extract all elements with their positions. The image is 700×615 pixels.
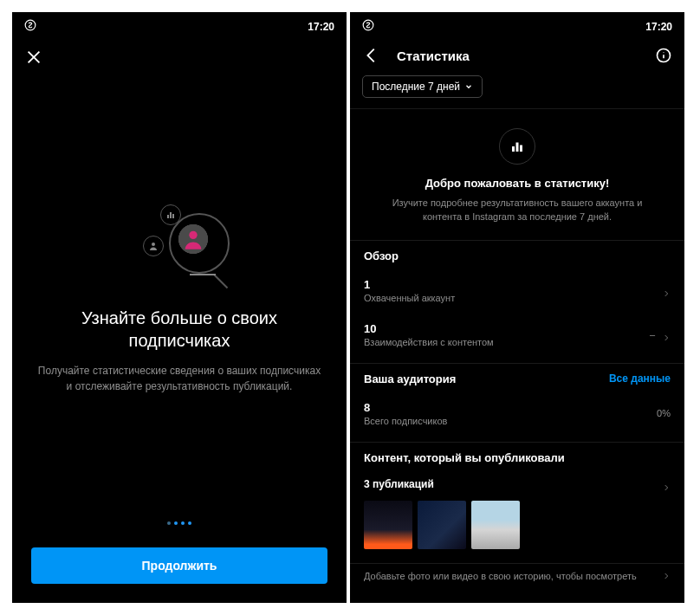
back-icon[interactable] bbox=[362, 46, 381, 65]
reach-row[interactable]: 1 Охваченный аккаунт bbox=[364, 271, 671, 315]
topbar: Статистика bbox=[350, 37, 684, 70]
svg-rect-3 bbox=[172, 214, 174, 218]
close-icon[interactable] bbox=[24, 48, 43, 67]
stats-icon bbox=[499, 128, 535, 165]
svg-rect-10 bbox=[520, 146, 522, 152]
chevron-right-icon bbox=[662, 572, 671, 580]
followers-trend: 0% bbox=[657, 408, 671, 418]
followers-row[interactable]: 8 Всего подписчиков 0% bbox=[364, 394, 671, 438]
publications-label: 3 публикаций bbox=[364, 478, 434, 490]
svg-rect-8 bbox=[512, 146, 515, 152]
avatar-icon bbox=[174, 220, 212, 258]
info-icon[interactable] bbox=[655, 47, 672, 64]
followers-label: Всего подписчиков bbox=[364, 416, 447, 426]
onboarding-subtitle: Получайте статистические сведения о ваши… bbox=[36, 364, 322, 394]
user-small-icon bbox=[143, 236, 164, 256]
overview-title: Обзор bbox=[364, 249, 399, 262]
publications-row[interactable]: 3 публикаций bbox=[364, 473, 671, 497]
page-title: Статистика bbox=[397, 49, 639, 63]
onboarding-body: Узнайте больше о своих подписчиках Получ… bbox=[12, 77, 347, 521]
thumbnail[interactable] bbox=[418, 501, 466, 549]
interactions-label: Взаимодействия с контентом bbox=[364, 337, 494, 347]
interactions-value: 10 bbox=[364, 322, 494, 335]
onboarding-illustration bbox=[127, 204, 231, 282]
svg-rect-1 bbox=[167, 215, 169, 218]
story-hint-row[interactable]: Добавьте фото или видео в свою историю, … bbox=[350, 564, 684, 588]
chevron-down-icon bbox=[464, 82, 473, 91]
shazam-icon bbox=[24, 19, 36, 34]
interactions-row[interactable]: 10 Взаимодействия с контентом – bbox=[364, 315, 671, 359]
audience-title: Ваша аудитория bbox=[364, 372, 456, 385]
shazam-icon bbox=[362, 19, 374, 34]
insights-screen: 17:20 Статистика Последние 7 дней Добро … bbox=[350, 12, 684, 603]
welcome-block: Добро пожаловать в статистику! Изучите п… bbox=[350, 109, 684, 240]
chevron-right-icon bbox=[662, 330, 671, 339]
svg-point-4 bbox=[152, 243, 155, 246]
scroll-area[interactable]: Добро пожаловать в статистику! Изучите п… bbox=[350, 109, 684, 603]
welcome-sub: Изучите подробнее результативность вашег… bbox=[376, 197, 658, 224]
chevron-right-icon bbox=[662, 286, 671, 295]
reach-label: Охваченный аккаунт bbox=[364, 293, 455, 303]
onboarding-screen: 17:20 Узнайте больше о своих подписчиках… bbox=[12, 12, 347, 603]
continue-button[interactable]: Продолжить bbox=[31, 547, 327, 584]
svg-rect-9 bbox=[516, 143, 519, 152]
followers-value: 8 bbox=[364, 401, 447, 414]
status-time: 17:20 bbox=[308, 21, 334, 33]
reach-value: 1 bbox=[364, 278, 455, 291]
date-range-selector[interactable]: Последние 7 дней bbox=[362, 75, 483, 98]
status-bar: 17:20 bbox=[350, 12, 684, 37]
audience-section: Ваша аудитория Все данные 8 Всего подпис… bbox=[350, 364, 684, 442]
thumbnail[interactable] bbox=[364, 501, 412, 549]
content-section: Контент, который вы опубликовали 3 публи… bbox=[350, 443, 684, 563]
audience-all-link[interactable]: Все данные bbox=[609, 372, 671, 385]
interactions-trend: – bbox=[650, 329, 655, 340]
page-dots bbox=[12, 521, 347, 525]
status-time: 17:20 bbox=[645, 21, 672, 33]
publication-thumbnails bbox=[364, 497, 671, 560]
onboarding-title: Узнайте больше о своих подписчиках bbox=[36, 307, 322, 352]
svg-point-5 bbox=[189, 231, 197, 239]
story-hint-text: Добавьте фото или видео в свою историю, … bbox=[364, 571, 637, 581]
topbar bbox=[12, 37, 347, 77]
chevron-right-icon bbox=[662, 480, 671, 489]
range-row: Последние 7 дней bbox=[350, 70, 684, 108]
thumbnail[interactable] bbox=[471, 501, 520, 549]
svg-rect-2 bbox=[170, 212, 172, 218]
date-range-label: Последние 7 дней bbox=[372, 81, 460, 93]
welcome-title: Добро пожаловать в статистику! bbox=[376, 177, 658, 190]
content-title: Контент, который вы опубликовали bbox=[364, 451, 565, 464]
status-bar: 17:20 bbox=[12, 12, 347, 37]
overview-section: Обзор 1 Охваченный аккаунт 10 Взаимодейс… bbox=[350, 241, 684, 363]
